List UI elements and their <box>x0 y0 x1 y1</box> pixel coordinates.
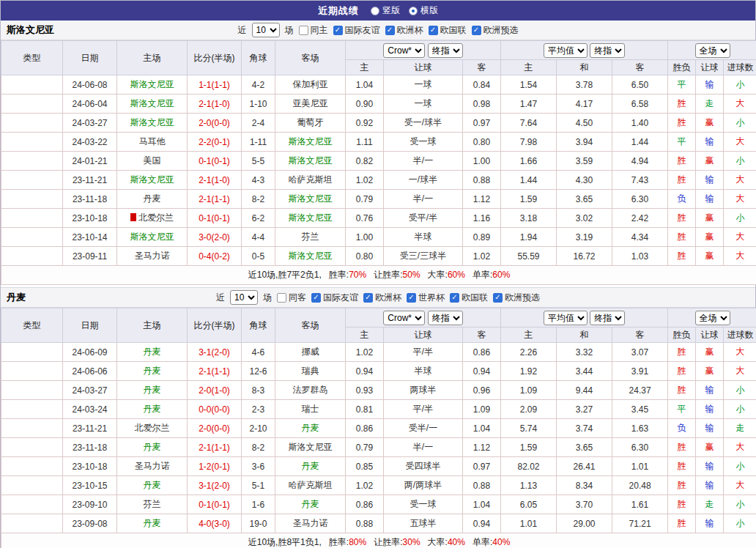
league-filter-checkbox[interactable]: ✓欧洲预选 <box>493 292 540 304</box>
match-count-select[interactable]: 10 <box>230 290 258 305</box>
league-type-badge: 国际友谊 <box>1 133 63 152</box>
league-filter-checkbox[interactable]: ✓国际友谊 <box>333 24 380 37</box>
filter-bar: 丹麦 近10场同客✓国际友谊✓欧洲杯✓世界杯✓欧国联✓欧洲预选 <box>1 288 755 308</box>
league-filter-checkbox[interactable]: ✓欧国联 <box>429 24 467 37</box>
match-row: 欧洲杯23-11-21北爱尔兰2-0(0-0)2-10丹麦0.86受半/一1.0… <box>1 419 756 438</box>
summary-stat-value: 60% <box>492 270 510 280</box>
view-mode-radio[interactable]: 横版 <box>409 4 438 17</box>
result-handicap: 输 <box>696 419 724 438</box>
result-goals: 小 <box>724 457 756 476</box>
result-handicap: 输 <box>696 171 724 190</box>
europe-odds-time-select[interactable]: 终指 <box>590 311 625 325</box>
handicap-away-odds: 0.88 <box>463 476 501 495</box>
handicap-home-odds: 1.04 <box>346 75 384 95</box>
handicap-odds-time-select[interactable]: 终指 <box>428 311 463 325</box>
home-team: 丹麦 <box>117 476 188 495</box>
handicap-home-odds: 0.86 <box>346 495 384 514</box>
league-filter-checkbox[interactable]: ✓欧国联 <box>450 292 488 304</box>
summary-stat: 胜率:80% <box>329 537 366 547</box>
result-wdl: 胜 <box>668 171 696 190</box>
bookmaker-select[interactable]: Crow* <box>383 311 425 325</box>
europe-odds-time-select[interactable]: 终指 <box>590 43 625 58</box>
avg-home-odds: 7.98 <box>501 133 557 152</box>
corner-score: 3-6 <box>242 457 275 476</box>
avg-away-odds: 6.50 <box>612 75 668 95</box>
summary-stat-label: 单率: <box>472 537 492 547</box>
matches-suffix-label: 场 <box>285 24 294 37</box>
away-team: 斯洛文尼亚 <box>275 133 346 152</box>
result-handicap: 赢 <box>696 209 724 228</box>
avg-away-odds: 4.34 <box>612 228 668 247</box>
home-team: 丹麦 <box>117 514 188 533</box>
checkbox-label: 欧洲杯 <box>397 24 423 37</box>
col-header-score: 比分(半场) <box>188 41 242 75</box>
handicap-line: 半球 <box>384 228 463 247</box>
home-team: 圣马力诺 <box>117 247 188 266</box>
match-count-select[interactable]: 10 <box>252 23 280 37</box>
score: 3-1(2-0) <box>188 476 242 495</box>
match-date: 23-11-21 <box>63 419 117 438</box>
league-type-badge: 国际友谊 <box>1 75 63 95</box>
league-type-badge: 欧洲杯 <box>1 209 63 228</box>
away-team: 斯洛文尼亚 <box>275 190 346 209</box>
handicap-line: 受四球半 <box>384 457 463 476</box>
match-date: 23-09-08 <box>63 514 117 533</box>
league-filter-checkbox[interactable]: ✓国际友谊 <box>311 292 358 304</box>
match-date: 23-09-10 <box>63 495 117 514</box>
league-filter-checkbox[interactable]: ✓欧洲预选 <box>472 24 519 37</box>
handicap-odds-group-header: Crow* 终指 <box>346 308 501 327</box>
match-date: 24-06-08 <box>63 75 117 95</box>
league-filter-checkbox[interactable]: ✓欧洲杯 <box>363 292 401 304</box>
result-group-header: 全场 <box>668 41 756 60</box>
away-team: 斯洛文尼亚 <box>275 209 346 228</box>
same-venue-checkbox[interactable]: 同客 <box>277 292 306 304</box>
checkbox-label: 欧洲杯 <box>375 292 401 304</box>
near-label: 近 <box>238 24 247 37</box>
europe-odds-source-select[interactable]: 平均值 <box>544 311 588 325</box>
view-mode-radio[interactable]: 竖版 <box>371 4 400 17</box>
match-rows: 国际友谊24-06-08斯洛文尼亚1-1(1-1)4-2保加利亚1.04一球0.… <box>1 75 756 266</box>
europe-odds-group-header: 平均值 终指 <box>501 41 668 60</box>
league-filter-checkbox[interactable]: ✓欧洲杯 <box>385 24 423 37</box>
handicap-home-odds: 0.92 <box>346 114 384 133</box>
home-team: 丹麦 <box>117 190 188 209</box>
summary-stat-value: 60% <box>448 270 465 280</box>
away-team: 亚美尼亚 <box>275 95 346 114</box>
result-goals: 大 <box>724 343 756 362</box>
same-venue-checkbox[interactable]: 同主 <box>299 24 328 37</box>
avg-away-odds: 71.21 <box>612 514 668 533</box>
handicap-home-odds: 0.90 <box>346 95 384 114</box>
handicap-odds-time-select[interactable]: 终指 <box>428 43 463 58</box>
result-wdl: 胜 <box>668 381 696 400</box>
away-team: 圣马力诺 <box>275 514 346 533</box>
away-team: 丹麦 <box>275 495 346 514</box>
result-handicap: 输 <box>696 381 724 400</box>
avg-home-odds: 2.09 <box>501 400 557 419</box>
col-header-away: 客场 <box>275 41 346 75</box>
away-team: 丹麦 <box>275 419 346 438</box>
handicap-away-odds: 0.80 <box>463 133 501 152</box>
period-select[interactable]: 全场 <box>695 43 730 58</box>
handicap-home-odds: 1.11 <box>346 133 384 152</box>
handicap-away-odds: 0.97 <box>463 457 501 476</box>
league-filter-checkbox[interactable]: ✓世界杯 <box>407 292 445 304</box>
handicap-away-odds: 0.84 <box>463 75 501 95</box>
avg-home-odds: 5.74 <box>501 419 557 438</box>
home-team: 马耳他 <box>117 133 188 152</box>
europe-odds-source-select[interactable]: 平均值 <box>544 43 588 58</box>
summary-row: 近10场,胜8平1负1,胜率:80%让胜率:30%大率:40%单率:40% <box>1 533 756 548</box>
summary-stat: 让胜率:30% <box>374 537 420 547</box>
radio-label: 竖版 <box>382 4 400 17</box>
avg-home-odds: 1.94 <box>501 228 557 247</box>
score: 2-0(0-0) <box>188 114 242 133</box>
avg-away-odds: 6.30 <box>612 190 668 209</box>
result-handicap: 输 <box>696 514 724 533</box>
summary-stat-label: 让胜率: <box>374 537 402 547</box>
bookmaker-select[interactable]: Crow* <box>383 43 425 58</box>
radio-label: 横版 <box>420 4 438 17</box>
avg-home-odds: 1.44 <box>501 171 557 190</box>
corner-score: 2-3 <box>242 400 275 419</box>
period-select[interactable]: 全场 <box>695 311 730 325</box>
league-type-badge: 国际友谊 <box>1 362 63 381</box>
avg-away-odds: 1.40 <box>612 114 668 133</box>
